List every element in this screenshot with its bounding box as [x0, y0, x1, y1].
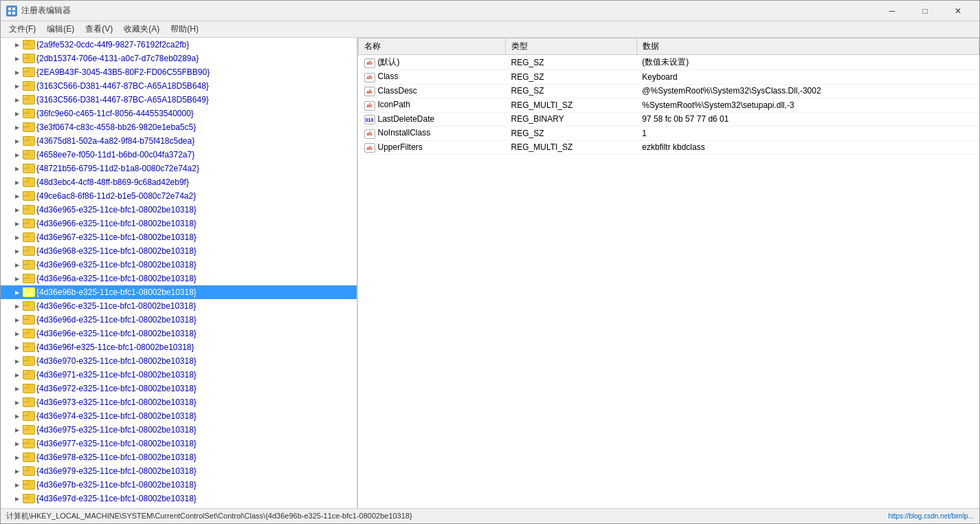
menu-edit[interactable]: 编辑(E) [41, 22, 80, 37]
tree-item[interactable]: ▶{4d36e97d-e325-11ce-bfc1-08002be10318} [1, 492, 357, 505]
tree-item-label: {4d36e969-e325-11ce-bfc1-08002be10318} [36, 260, 197, 270]
tree-expander-icon[interactable]: ▶ [12, 163, 23, 174]
table-row[interactable]: ab(默认)REG_SZ(数值未设置) [359, 55, 979, 70]
table-row[interactable]: abNoInstallClassREG_SZ1 [359, 127, 979, 141]
tree-item[interactable]: ▶{4d36e975-e325-11ce-bfc1-08002be10318} [1, 423, 357, 437]
tree-expander-icon[interactable]: ▶ [12, 438, 23, 449]
tree-item[interactable]: ▶{4d36e967-e325-11ce-bfc1-08002be10318} [1, 230, 357, 244]
tree-expander-icon[interactable]: ▶ [12, 452, 23, 463]
tree-item-label: {4d36e96a-e325-11ce-bfc1-08002be10318} [36, 274, 197, 283]
folder-icon [23, 370, 34, 380]
tree-expander-icon[interactable]: ▶ [12, 232, 23, 243]
tree-expander-icon[interactable]: ▶ [12, 177, 23, 188]
tree-item[interactable]: ▶{3163C566-D381-4467-87BC-A65A18D5B649} [1, 93, 357, 107]
tree-expander-icon[interactable]: ▶ [12, 273, 23, 284]
folder-icon [23, 122, 34, 132]
tree-expander-icon[interactable]: ▶ [12, 397, 23, 408]
tree-item[interactable]: ▶{49ce6ac8-6f86-11d2-b1e5-0080c72e74a2} [1, 189, 357, 203]
tree-item[interactable]: ▶{4d36e970-e325-11ce-bfc1-08002be10318} [1, 354, 357, 368]
close-button[interactable]: ✕ [942, 1, 974, 21]
tree-expander-icon[interactable]: ▶ [12, 383, 23, 394]
tree-expander-icon[interactable]: ▶ [12, 94, 23, 105]
tree-item[interactable]: ▶{2a9fe532-0cdc-44f9-9827-76192f2ca2fb} [1, 38, 357, 52]
registry-name-cell: abNoInstallClass [359, 127, 506, 141]
tree-expander-icon[interactable]: ▶ [12, 39, 23, 50]
tree-expander-icon[interactable]: ▶ [12, 411, 23, 422]
tree-item[interactable]: ▶{4d36e968-e325-11ce-bfc1-08002be10318} [1, 244, 357, 258]
status-path: 计算机\HKEY_LOCAL_MACHINE\SYSTEM\CurrentCon… [6, 511, 412, 521]
tree-item[interactable]: ▶{4d36e96f-e325-11ce-bfc1-08002be10318} [1, 340, 357, 354]
tree-item[interactable]: ▶{2EA9B43F-3045-43B5-80F2-FD06C55FBB90} [1, 65, 357, 79]
folder-icon [23, 342, 34, 352]
folder-icon [23, 232, 34, 242]
tree-item[interactable]: ▶{4d36e96c-e325-11ce-bfc1-08002be10318} [1, 299, 357, 313]
svg-rect-0 [8, 8, 11, 10]
tree-expander-icon[interactable]: ▶ [12, 301, 23, 312]
registry-data-cell: ezkbfiltr kbdclass [636, 140, 979, 155]
menu-help[interactable]: 帮助(H) [165, 22, 204, 37]
tree-expander-icon[interactable]: ▶ [12, 259, 23, 270]
table-row[interactable]: abClassDescREG_SZ@%SystemRoot%\System32\… [359, 84, 979, 98]
registry-type-cell: REG_SZ [506, 84, 637, 98]
tree-expander-icon[interactable]: ▶ [12, 149, 23, 160]
tree-item-label: {3e3f0674-c83c-4558-bb26-9820e1eba5c5} [36, 122, 196, 132]
tree-expander-icon[interactable]: ▶ [12, 67, 23, 78]
table-row[interactable]: 010LastDeleteDateREG_BINARY97 58 fc 0b 5… [359, 112, 979, 127]
tree-item[interactable]: ▶{3163C566-D381-4467-87BC-A65A18D5B648} [1, 79, 357, 93]
tree-expander-icon[interactable]: ▶ [12, 466, 23, 477]
tree-item[interactable]: ▶{48d3ebc4-4cf8-48ff-b869-9c68ad42eb9f} [1, 175, 357, 189]
tree-item[interactable]: ▶{4d36e96b-e325-11ce-bfc1-08002be10318} [1, 285, 357, 299]
minimize-button[interactable]: ─ [876, 1, 908, 21]
tree-item[interactable]: ▶{4d36e972-e325-11ce-bfc1-08002be10318} [1, 382, 357, 395]
tree-item-label: {4d36e979-e325-11ce-bfc1-08002be10318} [36, 466, 197, 476]
tree-expander-icon[interactable]: ▶ [12, 218, 23, 229]
tree-expander-icon[interactable]: ▶ [12, 80, 23, 91]
tree-item[interactable]: ▶{4d36e979-e325-11ce-bfc1-08002be10318} [1, 464, 357, 478]
menu-view[interactable]: 查看(V) [80, 22, 118, 37]
tree-item[interactable]: ▶{4d36e96e-e325-11ce-bfc1-08002be10318} [1, 327, 357, 340]
tree-item[interactable]: ▶{4658ee7e-f050-11d1-b6bd-00c04fa372a7} [1, 148, 357, 162]
tree-expander-icon[interactable]: ▶ [12, 424, 23, 435]
menu-file[interactable]: 文件(F) [3, 22, 41, 37]
tree-expander-icon[interactable]: ▶ [12, 356, 23, 367]
left-tree-panel[interactable]: ▶{2a9fe532-0cdc-44f9-9827-76192f2ca2fb}▶… [1, 38, 358, 508]
tree-expander-icon[interactable]: ▶ [12, 287, 23, 298]
folder-icon [23, 439, 34, 448]
tree-expander-icon[interactable]: ▶ [12, 53, 23, 64]
table-row[interactable]: abIconPathREG_MULTI_SZ%SystemRoot%\Syste… [359, 98, 979, 113]
tree-item[interactable]: ▶{48721b56-6795-11d2-b1a8-0080c72e74a2} [1, 162, 357, 175]
tree-item[interactable]: ▶{3e3f0674-c83c-4558-bb26-9820e1eba5c5} [1, 120, 357, 134]
menu-favorites[interactable]: 收藏夹(A) [118, 22, 165, 37]
tree-item[interactable]: ▶{43675d81-502a-4a82-9f84-b75f418c5dea} [1, 134, 357, 148]
tree-item[interactable]: ▶{4d36e96d-e325-11ce-bfc1-08002be10318} [1, 313, 357, 327]
tree-expander-icon[interactable]: ▶ [12, 328, 23, 339]
tree-expander-icon[interactable]: ▶ [12, 493, 23, 504]
tree-item[interactable]: ▶{4d36e965-e325-11ce-bfc1-08002be10318} [1, 203, 357, 217]
tree-item[interactable]: ▶{4d36e97b-e325-11ce-bfc1-08002be10318} [1, 478, 357, 492]
tree-item[interactable]: ▶{4d36e978-e325-11ce-bfc1-08002be10318} [1, 450, 357, 464]
table-row[interactable]: abClassREG_SZKeyboard [359, 70, 979, 85]
tree-item[interactable]: ▶{4d36e969-e325-11ce-bfc1-08002be10318} [1, 258, 357, 272]
tree-expander-icon[interactable]: ▶ [12, 204, 23, 215]
tree-item[interactable]: ▶{2db15374-706e-4131-a0c7-d7c78eb0289a} [1, 52, 357, 65]
tree-item-label: {4d36e96d-e325-11ce-bfc1-08002be10318} [36, 315, 197, 325]
tree-item[interactable]: ▶{4d36e966-e325-11ce-bfc1-08002be10318} [1, 217, 357, 230]
tree-expander-icon[interactable]: ▶ [12, 314, 23, 325]
tree-item[interactable]: ▶{4d36e971-e325-11ce-bfc1-08002be10318} [1, 368, 357, 382]
tree-item[interactable]: ▶{4d36e974-e325-11ce-bfc1-08002be10318} [1, 409, 357, 423]
maximize-button[interactable]: □ [909, 1, 941, 21]
tree-item[interactable]: ▶{4d36e96a-e325-11ce-bfc1-08002be10318} [1, 272, 357, 285]
tree-expander-icon[interactable]: ▶ [12, 135, 23, 146]
table-row[interactable]: abUpperFiltersREG_MULTI_SZezkbfiltr kbdc… [359, 140, 979, 155]
tree-expander-icon[interactable]: ▶ [12, 342, 23, 353]
tree-expander-icon[interactable]: ▶ [12, 479, 23, 490]
tree-expander-icon[interactable]: ▶ [12, 369, 23, 380]
tree-item[interactable]: ▶{36fc9e60-c465-11cf-8056-444553540000} [1, 107, 357, 120]
tree-expander-icon[interactable]: ▶ [12, 245, 23, 256]
window-title: 注册表编辑器 [21, 5, 876, 17]
tree-expander-icon[interactable]: ▶ [12, 190, 23, 201]
tree-item[interactable]: ▶{4d36e973-e325-11ce-bfc1-08002be10318} [1, 395, 357, 409]
tree-expander-icon[interactable]: ▶ [12, 108, 23, 119]
tree-item[interactable]: ▶{4d36e977-e325-11ce-bfc1-08002be10318} [1, 437, 357, 450]
tree-expander-icon[interactable]: ▶ [12, 122, 23, 133]
